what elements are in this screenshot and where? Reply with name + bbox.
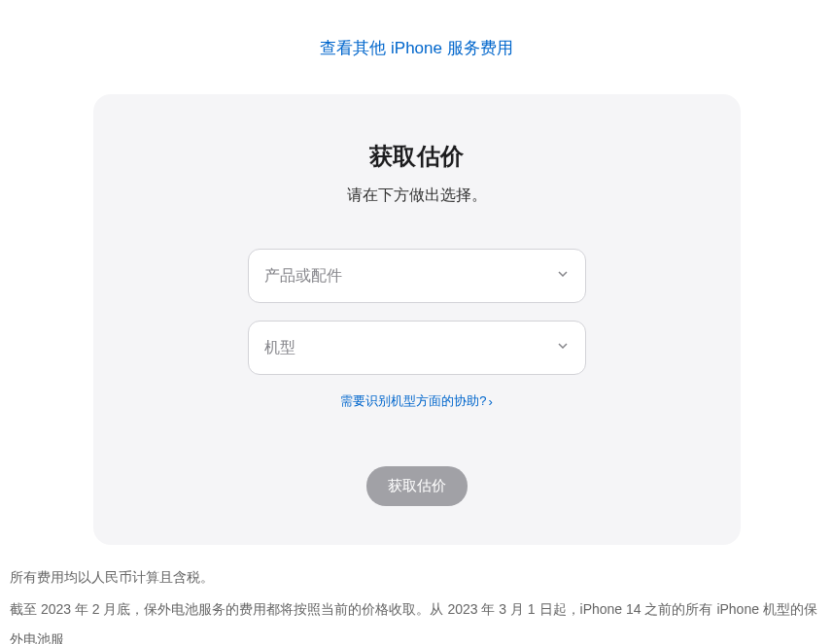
get-estimate-button[interactable]: 获取估价 <box>366 466 468 506</box>
card-title: 获取估价 <box>369 141 465 172</box>
footer-disclaimer: 所有费用均以人民币计算且含税。 截至 2023 年 2 月底，保外电池服务的费用… <box>0 545 833 644</box>
other-services-link[interactable]: 查看其他 iPhone 服务费用 <box>320 39 512 57</box>
card-subtitle: 请在下方做出选择。 <box>347 186 487 206</box>
estimate-card: 获取估价 请在下方做出选择。 产品或配件 机型 需要识别机型方面的协助? › 获… <box>93 94 741 545</box>
model-select-placeholder: 机型 <box>264 338 295 358</box>
footer-line-2: 截至 2023 年 2 月底，保外电池服务的费用都将按照当前的价格收取。从 20… <box>10 594 823 644</box>
model-select-wrapper: 机型 <box>248 321 586 375</box>
top-link-container: 查看其他 iPhone 服务费用 <box>0 37 833 59</box>
product-select[interactable]: 产品或配件 <box>248 249 586 303</box>
identify-model-help-link[interactable]: 需要识别机型方面的协助? › <box>340 392 493 410</box>
product-select-placeholder: 产品或配件 <box>264 266 342 287</box>
select-group: 产品或配件 机型 <box>248 249 586 375</box>
footer-line-1: 所有费用均以人民币计算且含税。 <box>10 562 823 593</box>
footer-line-2-part1: 截至 2023 年 2 月底，保外电池服务的费用都将按照当前的价格收取。从 20… <box>10 601 817 644</box>
product-select-wrapper: 产品或配件 <box>248 249 586 303</box>
model-select[interactable]: 机型 <box>248 321 586 375</box>
help-link-label: 需要识别机型方面的协助? <box>340 392 486 410</box>
chevron-right-icon: › <box>488 394 492 409</box>
